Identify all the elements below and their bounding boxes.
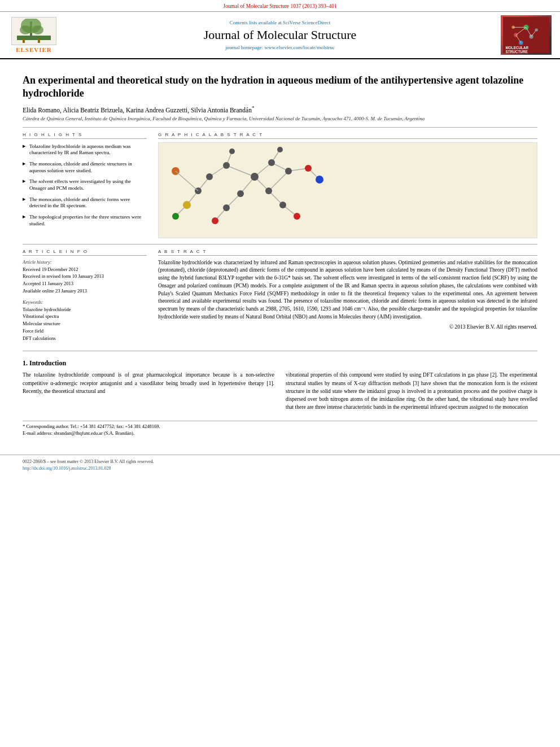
highlight-item-1: Tolazoline hydrochloride in aqueous medi… [23, 142, 147, 158]
article-history: Article history: Received 19 December 20… [23, 259, 147, 295]
graphical-abstract-image [158, 142, 537, 238]
journal-homepage: journal homepage: www.elsevier.com/locat… [68, 45, 492, 50]
keyword-1: Tolazoline hydrochloride [23, 306, 147, 313]
svg-rect-6 [38, 38, 40, 43]
svg-point-48 [285, 168, 292, 174]
svg-point-42 [268, 159, 275, 166]
svg-point-52 [212, 217, 218, 224]
intro-left-content: The tolazoline hydrochloride compound is… [23, 372, 274, 394]
intro-right-col: vibrational properties of this compound … [286, 371, 537, 411]
journal-title: Journal of Molecular Structure [68, 28, 492, 42]
svg-point-46 [229, 148, 235, 154]
svg-point-50 [279, 202, 286, 208]
abstract-copyright: © 2013 Elsevier B.V. All rights reserved… [158, 324, 537, 331]
journal-title-area: Contents lists available at SciVerse Sci… [68, 20, 492, 50]
authors: Elida Romano, Alicia Beatriz Brizuela, K… [23, 105, 537, 113]
affiliation: Cátedra de Química General, Instituto de… [23, 116, 537, 121]
homepage-text: journal homepage: www.elsevier.com/locat… [225, 45, 335, 50]
divider-3 [23, 351, 537, 351]
graphical-abstract-heading: G R A P H I C A L A B S T R A C T [158, 132, 537, 139]
highlight-item-5: The topological properties for the three… [23, 213, 147, 228]
intro-left-col: The tolazoline hydrochloride compound is… [23, 371, 274, 411]
svg-point-57 [172, 213, 179, 220]
journal-logo-right: MOLECULAR STRUCTURE [498, 15, 554, 55]
abstract-col: A B S T R A C T Tolazoline hydrochloride… [158, 249, 537, 347]
svg-rect-0 [17, 36, 51, 40]
footer-copyright: 0022-2860/$ – see front matter © 2013 El… [23, 458, 537, 465]
elsevier-emblem [11, 17, 56, 45]
elsevier-wordmark: ELSEVIER [16, 46, 52, 53]
intro-left-text: The tolazoline hydrochloride compound is… [23, 371, 274, 395]
keyword-4: Force field [23, 327, 147, 335]
svg-point-49 [223, 204, 230, 211]
abstract-text: Tolazoline hydrochloride was characteriz… [158, 259, 537, 331]
revised-date: Received in revised form 10 January 2013 [23, 273, 147, 280]
svg-point-45 [206, 173, 213, 180]
svg-point-43 [237, 190, 244, 197]
highlights-heading: H I G H L I G H T S [23, 132, 147, 139]
svg-text:MOLECULAR: MOLECULAR [506, 46, 529, 50]
highlights-graphical-row: H I G H L I G H T S Tolazoline hydrochlo… [23, 132, 537, 238]
molecular-structure-logo: MOLECULAR STRUCTURE [501, 15, 552, 55]
doi-link[interactable]: http://dx.doi.org/10.1016/j.molstruc.201… [23, 466, 111, 471]
introduction-body: The tolazoline hydrochloride compound is… [23, 371, 537, 411]
introduction-heading: 1. Introduction [23, 359, 537, 368]
svg-rect-5 [23, 38, 25, 43]
footer-doi: http://dx.doi.org/10.1016/j.molstruc.201… [23, 465, 537, 472]
svg-point-56 [183, 201, 191, 209]
available-date: Available online 23 January 2013 [23, 287, 147, 295]
footnote-area: * Corresponding author. Tel.: +54 381 42… [23, 421, 537, 437]
sciverse-text: Contents lists available at SciVerse Sci… [230, 20, 331, 25]
journal-header: ELSEVIER Contents lists available at Sci… [0, 12, 560, 59]
keywords-list: Tolazoline hydrochloride Vibrational spe… [23, 306, 147, 342]
highlight-item-2: The monocaion, chloride and dimeric stru… [23, 160, 147, 175]
abstract-heading: A B S T R A C T [158, 249, 537, 256]
svg-point-3 [20, 25, 31, 34]
svg-point-54 [305, 165, 312, 172]
footer-copyright-text: 0022-2860/$ – see front matter © 2013 El… [23, 459, 154, 464]
keyword-2: Vibrational spectra [23, 313, 147, 320]
keywords-label: Keywords: [23, 299, 147, 305]
divider-1 [23, 127, 537, 128]
corresponding-author-note: * Corresponding author. Tel.: +54 381 42… [23, 423, 537, 430]
sciverse-line: Contents lists available at SciVerse Sci… [68, 20, 492, 25]
article-info-heading: A R T I C L E I N F O [23, 249, 147, 256]
section-number: 1. [23, 359, 28, 367]
journal-citation: Journal of Molecular Structure 1037 (201… [223, 3, 337, 9]
keywords-section: Keywords: Tolazoline hydrochloride Vibra… [23, 299, 147, 342]
graphical-abstract-col: G R A P H I C A L A B S T R A C T [158, 132, 537, 238]
svg-point-11 [519, 41, 523, 45]
svg-point-47 [277, 147, 283, 152]
article-info-col: A R T I C L E I N F O Article history: R… [23, 249, 147, 347]
journal-top-bar: Journal of Molecular Structure 1037 (201… [0, 0, 560, 12]
received-date: Received 19 December 2012 [23, 266, 147, 273]
svg-point-55 [316, 176, 323, 184]
elsevier-logo-area: ELSEVIER [6, 17, 62, 53]
svg-point-53 [294, 213, 300, 220]
highlights-col: H I G H L I G H T S Tolazoline hydrochlo… [23, 132, 147, 238]
info-abstract-row: A R T I C L E I N F O Article history: R… [23, 249, 537, 347]
page-footer: 0022-2860/$ – see front matter © 2013 El… [0, 455, 560, 475]
svg-text:STRUCTURE: STRUCTURE [506, 50, 528, 54]
svg-rect-21 [159, 143, 351, 236]
svg-point-44 [265, 187, 272, 194]
article-title: An experimental and theoretical study on… [23, 74, 537, 101]
intro-right-text: vibrational properties of this compound … [286, 371, 537, 411]
keyword-5: DFT calculations [23, 335, 147, 342]
main-content: An experimental and theoretical study on… [0, 59, 560, 443]
svg-point-40 [251, 173, 259, 181]
section-title-text: Introduction [29, 359, 66, 367]
history-label: Article history: [23, 259, 147, 265]
highlight-item-4: The monocaion, chloride and dimeric form… [23, 195, 147, 211]
author-list: Elida Romano, Alicia Beatriz Brizuela, K… [23, 107, 252, 113]
svg-point-41 [223, 162, 230, 169]
abstract-body: Tolazoline hydrochloride was characteriz… [158, 260, 537, 320]
intro-right-content: vibrational properties of this compound … [286, 372, 537, 410]
divider-2 [23, 244, 537, 244]
keyword-3: Molecular structure [23, 320, 147, 327]
email-note: E-mail address: sbrandan@fhqfunt.edu.ar … [23, 430, 537, 437]
accepted-date: Accepted 11 January 2013 [23, 280, 147, 287]
highlight-item-3: The solvent effects were investigated by… [23, 177, 147, 193]
svg-point-4 [32, 25, 43, 34]
highlights-list: Tolazoline hydrochloride in aqueous medi… [23, 142, 147, 229]
